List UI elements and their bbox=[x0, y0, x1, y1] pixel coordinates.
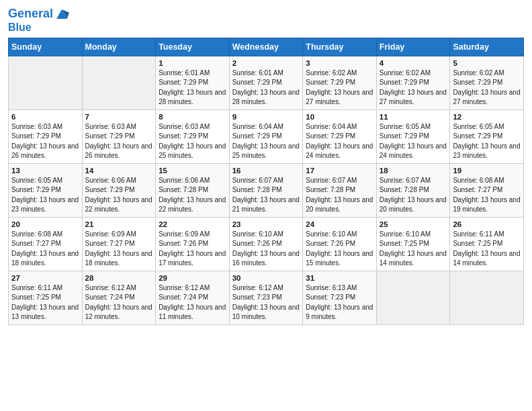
calendar-cell: 18Sunrise: 6:07 AMSunset: 7:28 PMDayligh… bbox=[376, 163, 450, 217]
page-container: General Blue SundayMondayTuesdayWednesda… bbox=[0, 0, 532, 330]
day-number: 2 bbox=[232, 59, 300, 67]
calendar-table: SundayMondayTuesdayWednesdayThursdayFrid… bbox=[8, 38, 524, 325]
logo-text-general: General bbox=[8, 7, 53, 21]
day-number: 30 bbox=[232, 274, 300, 282]
day-number: 27 bbox=[11, 274, 79, 282]
day-info: Sunrise: 6:02 AMSunset: 7:29 PMDaylight:… bbox=[306, 68, 373, 107]
day-number: 9 bbox=[232, 113, 300, 121]
day-number: 12 bbox=[453, 113, 521, 121]
day-info: Sunrise: 6:10 AMSunset: 7:26 PMDaylight:… bbox=[306, 230, 373, 269]
calendar-cell: 29Sunrise: 6:12 AMSunset: 7:24 PMDayligh… bbox=[156, 271, 230, 324]
calendar-cell: 2Sunrise: 6:01 AMSunset: 7:29 PMDaylight… bbox=[229, 56, 303, 109]
logo: General Blue bbox=[8, 7, 69, 34]
calendar-cell: 20Sunrise: 6:08 AMSunset: 7:27 PMDayligh… bbox=[9, 217, 83, 271]
calendar-cell: 3Sunrise: 6:02 AMSunset: 7:29 PMDaylight… bbox=[303, 56, 377, 109]
weekday-header-row: SundayMondayTuesdayWednesdayThursdayFrid… bbox=[9, 38, 524, 56]
day-number: 18 bbox=[380, 167, 447, 175]
day-info: Sunrise: 6:13 AMSunset: 7:23 PMDaylight:… bbox=[306, 283, 373, 322]
day-number: 28 bbox=[85, 274, 153, 282]
day-info: Sunrise: 6:09 AMSunset: 7:26 PMDaylight:… bbox=[159, 230, 226, 269]
day-info: Sunrise: 6:06 AMSunset: 7:29 PMDaylight:… bbox=[85, 176, 153, 215]
calendar-cell bbox=[450, 271, 524, 324]
calendar-cell: 31Sunrise: 6:13 AMSunset: 7:23 PMDayligh… bbox=[303, 271, 377, 324]
day-info: Sunrise: 6:11 AMSunset: 7:25 PMDaylight:… bbox=[453, 230, 521, 269]
calendar-cell: 11Sunrise: 6:05 AMSunset: 7:29 PMDayligh… bbox=[376, 109, 450, 163]
logo-icon bbox=[54, 7, 69, 21]
calendar-cell: 1Sunrise: 6:01 AMSunset: 7:29 PMDaylight… bbox=[156, 56, 230, 109]
calendar-cell bbox=[376, 271, 450, 324]
calendar-cell: 8Sunrise: 6:03 AMSunset: 7:29 PMDaylight… bbox=[156, 109, 230, 163]
day-number: 26 bbox=[453, 220, 521, 228]
day-number: 22 bbox=[159, 220, 226, 228]
day-number: 13 bbox=[11, 167, 79, 175]
calendar-cell: 19Sunrise: 6:08 AMSunset: 7:27 PMDayligh… bbox=[450, 163, 524, 217]
calendar-cell: 6Sunrise: 6:03 AMSunset: 7:29 PMDaylight… bbox=[9, 109, 83, 163]
day-number: 5 bbox=[453, 59, 521, 67]
calendar-cell: 22Sunrise: 6:09 AMSunset: 7:26 PMDayligh… bbox=[156, 217, 230, 271]
day-number: 7 bbox=[85, 113, 153, 121]
week-row-4: 20Sunrise: 6:08 AMSunset: 7:27 PMDayligh… bbox=[9, 217, 524, 271]
calendar-cell: 15Sunrise: 6:06 AMSunset: 7:28 PMDayligh… bbox=[156, 163, 230, 217]
day-info: Sunrise: 6:03 AMSunset: 7:29 PMDaylight:… bbox=[85, 122, 153, 161]
calendar-cell: 26Sunrise: 6:11 AMSunset: 7:25 PMDayligh… bbox=[450, 217, 524, 271]
day-info: Sunrise: 6:02 AMSunset: 7:29 PMDaylight:… bbox=[453, 68, 521, 107]
weekday-header-saturday: Saturday bbox=[450, 38, 524, 56]
logo-text-blue: Blue bbox=[8, 21, 32, 34]
day-number: 23 bbox=[232, 220, 300, 228]
day-info: Sunrise: 6:04 AMSunset: 7:29 PMDaylight:… bbox=[306, 122, 373, 161]
calendar-cell: 27Sunrise: 6:11 AMSunset: 7:25 PMDayligh… bbox=[9, 271, 83, 324]
day-info: Sunrise: 6:05 AMSunset: 7:29 PMDaylight:… bbox=[380, 122, 447, 161]
day-number: 17 bbox=[306, 167, 373, 175]
weekday-header-tuesday: Tuesday bbox=[156, 38, 230, 56]
weekday-header-sunday: Sunday bbox=[9, 38, 83, 56]
calendar-cell: 9Sunrise: 6:04 AMSunset: 7:29 PMDaylight… bbox=[229, 109, 303, 163]
day-number: 20 bbox=[11, 220, 79, 228]
day-number: 3 bbox=[306, 59, 373, 67]
calendar-cell: 24Sunrise: 6:10 AMSunset: 7:26 PMDayligh… bbox=[303, 217, 377, 271]
day-info: Sunrise: 6:07 AMSunset: 7:28 PMDaylight:… bbox=[306, 176, 373, 215]
day-info: Sunrise: 6:10 AMSunset: 7:26 PMDaylight:… bbox=[232, 230, 300, 269]
calendar-cell: 7Sunrise: 6:03 AMSunset: 7:29 PMDaylight… bbox=[82, 109, 156, 163]
calendar-cell bbox=[82, 56, 156, 109]
calendar-cell: 17Sunrise: 6:07 AMSunset: 7:28 PMDayligh… bbox=[303, 163, 377, 217]
week-row-1: 1Sunrise: 6:01 AMSunset: 7:29 PMDaylight… bbox=[9, 56, 524, 109]
weekday-header-thursday: Thursday bbox=[303, 38, 377, 56]
day-info: Sunrise: 6:08 AMSunset: 7:27 PMDaylight:… bbox=[11, 230, 79, 269]
day-info: Sunrise: 6:06 AMSunset: 7:28 PMDaylight:… bbox=[159, 176, 226, 215]
calendar-cell: 25Sunrise: 6:10 AMSunset: 7:25 PMDayligh… bbox=[376, 217, 450, 271]
calendar-cell: 13Sunrise: 6:05 AMSunset: 7:29 PMDayligh… bbox=[9, 163, 83, 217]
day-info: Sunrise: 6:02 AMSunset: 7:29 PMDaylight:… bbox=[380, 68, 447, 107]
day-number: 29 bbox=[159, 274, 226, 282]
day-info: Sunrise: 6:11 AMSunset: 7:25 PMDaylight:… bbox=[11, 283, 79, 322]
day-info: Sunrise: 6:04 AMSunset: 7:29 PMDaylight:… bbox=[232, 122, 300, 161]
day-info: Sunrise: 6:12 AMSunset: 7:24 PMDaylight:… bbox=[159, 283, 226, 322]
day-number: 15 bbox=[159, 167, 226, 175]
day-number: 25 bbox=[380, 220, 447, 228]
day-number: 14 bbox=[85, 167, 153, 175]
day-number: 16 bbox=[232, 167, 300, 175]
header: General Blue bbox=[8, 7, 524, 34]
day-number: 19 bbox=[453, 167, 521, 175]
day-number: 4 bbox=[380, 59, 447, 67]
day-number: 31 bbox=[306, 274, 373, 282]
day-info: Sunrise: 6:01 AMSunset: 7:29 PMDaylight:… bbox=[159, 68, 226, 107]
calendar-cell: 14Sunrise: 6:06 AMSunset: 7:29 PMDayligh… bbox=[82, 163, 156, 217]
calendar-cell: 5Sunrise: 6:02 AMSunset: 7:29 PMDaylight… bbox=[450, 56, 524, 109]
week-row-2: 6Sunrise: 6:03 AMSunset: 7:29 PMDaylight… bbox=[9, 109, 524, 163]
day-number: 10 bbox=[306, 113, 373, 121]
calendar-cell: 10Sunrise: 6:04 AMSunset: 7:29 PMDayligh… bbox=[303, 109, 377, 163]
calendar-cell: 12Sunrise: 6:05 AMSunset: 7:29 PMDayligh… bbox=[450, 109, 524, 163]
day-number: 11 bbox=[380, 113, 447, 121]
day-number: 8 bbox=[159, 113, 226, 121]
week-row-3: 13Sunrise: 6:05 AMSunset: 7:29 PMDayligh… bbox=[9, 163, 524, 217]
calendar-cell: 21Sunrise: 6:09 AMSunset: 7:27 PMDayligh… bbox=[82, 217, 156, 271]
day-info: Sunrise: 6:12 AMSunset: 7:24 PMDaylight:… bbox=[85, 283, 153, 322]
day-number: 6 bbox=[11, 113, 79, 121]
day-info: Sunrise: 6:01 AMSunset: 7:29 PMDaylight:… bbox=[232, 68, 300, 107]
day-info: Sunrise: 6:08 AMSunset: 7:27 PMDaylight:… bbox=[453, 176, 521, 215]
weekday-header-monday: Monday bbox=[82, 38, 156, 56]
day-info: Sunrise: 6:12 AMSunset: 7:23 PMDaylight:… bbox=[232, 283, 300, 322]
day-info: Sunrise: 6:05 AMSunset: 7:29 PMDaylight:… bbox=[453, 122, 521, 161]
weekday-header-wednesday: Wednesday bbox=[229, 38, 303, 56]
calendar-cell: 23Sunrise: 6:10 AMSunset: 7:26 PMDayligh… bbox=[229, 217, 303, 271]
